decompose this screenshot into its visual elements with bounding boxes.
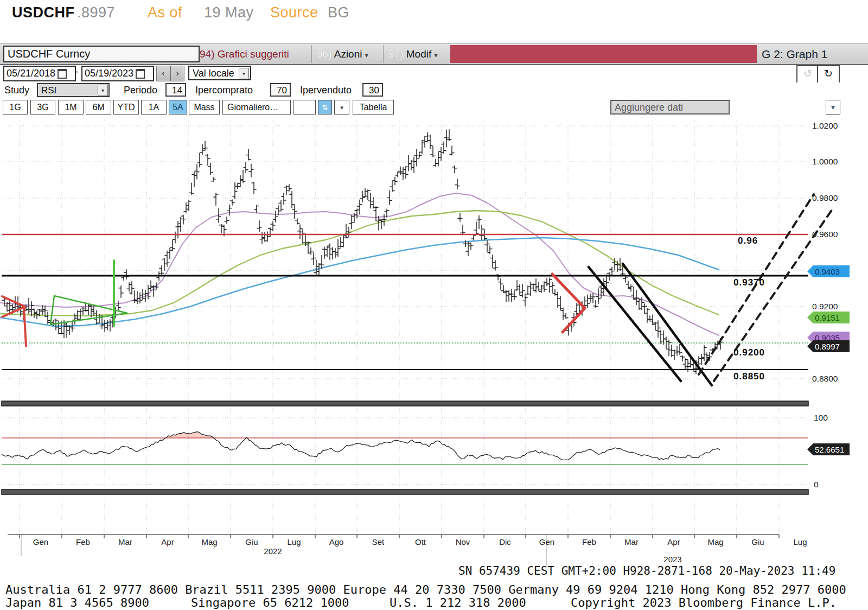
svg-text:Gen: Gen xyxy=(33,537,48,547)
as-of-date: 19 May xyxy=(204,4,254,21)
svg-text:Giu: Giu xyxy=(751,537,764,547)
menu-number: 94) xyxy=(200,48,214,60)
svg-text:0.9200: 0.9200 xyxy=(812,302,838,311)
ma-blue xyxy=(0,238,719,326)
main-toolbar: 94) Grafici suggeriti 96) Azioni ▾ 97) M… xyxy=(0,43,868,65)
svg-text:Set: Set xyxy=(372,537,385,547)
frequency-select[interactable]: Giornaliero… xyxy=(222,100,291,115)
symbol: USDCHF xyxy=(12,4,75,21)
svg-text:Dic: Dic xyxy=(499,537,511,547)
chart-type-dropdown[interactable]: ▾ xyxy=(334,100,349,115)
date-range-bar: 05/21/2018 - 05/19/2023 ‹ › Val locale ▾… xyxy=(0,65,868,82)
blank-tool-button[interactable] xyxy=(293,100,316,115)
svg-text:0.9403: 0.9403 xyxy=(815,267,840,276)
highlight-bar xyxy=(450,45,757,63)
range-prev-button[interactable]: ‹ xyxy=(156,66,170,81)
study-label: Study xyxy=(4,82,29,98)
period-label: Periodo xyxy=(124,82,157,98)
gridlines xyxy=(2,120,808,533)
oversold-input[interactable]: 30 xyxy=(362,83,383,97)
menu-grafici-suggeriti[interactable]: 94) Grafici suggeriti xyxy=(200,44,289,64)
price-chart: 0.960.93700.92000.88501.02001.00000.9800… xyxy=(0,117,868,570)
svg-text:Giu: Giu xyxy=(245,537,258,547)
study-bar: Study RSI ▾ Periodo 14 Ipercomprato 70 I… xyxy=(0,82,868,99)
overbought-input[interactable]: 70 xyxy=(270,83,291,97)
range-button-3g[interactable]: 3G xyxy=(30,100,55,115)
footer-us: U.S. 1 212 318 2000 xyxy=(390,596,526,609)
svg-text:Feb: Feb xyxy=(582,537,596,547)
svg-text:1.0000: 1.0000 xyxy=(812,157,838,166)
svg-text:Nov: Nov xyxy=(456,537,470,547)
svg-text:100: 100 xyxy=(814,413,828,422)
range-button-mass[interactable]: Mass xyxy=(189,100,220,115)
date-from-field[interactable]: 05/21/2018 xyxy=(3,66,76,81)
range-button-5a-active[interactable]: 5A xyxy=(169,100,187,115)
menu-number: 97) xyxy=(388,48,403,60)
toolbar-separator xyxy=(383,45,384,63)
chevron-down-icon: ▾ xyxy=(435,52,438,59)
range-button-1m[interactable]: 1M xyxy=(58,100,84,115)
chevron-down-icon: ▾ xyxy=(365,52,368,59)
svg-text:Gen: Gen xyxy=(539,537,554,547)
redo-button[interactable]: ↻ xyxy=(817,65,840,84)
svg-text:2023: 2023 xyxy=(663,555,681,564)
rsi-panel: 1000 xyxy=(2,413,828,489)
session-info: SN 657439 CEST GMT+2:00 H928-2871-168 20… xyxy=(458,564,835,577)
svg-text:0.9200: 0.9200 xyxy=(733,347,765,358)
chart-type-icon[interactable]: ⇅ xyxy=(318,100,332,115)
calendar-icon[interactable] xyxy=(58,69,67,79)
date-from-value: 05/21/2018 xyxy=(7,67,55,80)
chevron-down-icon: ▾ xyxy=(239,68,249,79)
period-input[interactable]: 14 xyxy=(165,83,186,97)
svg-text:Mag: Mag xyxy=(707,537,723,547)
menu-label: Grafici suggeriti xyxy=(218,48,289,60)
svg-text:52.6651: 52.6651 xyxy=(815,445,844,454)
range-next-button[interactable]: › xyxy=(170,66,184,81)
footer-japan: Japan 81 3 4565 8900 xyxy=(5,596,149,609)
svg-text:Lug: Lug xyxy=(793,537,807,547)
add-data-input[interactable]: Aggiungere dati xyxy=(610,100,730,115)
overbought-label: Ipercomprato xyxy=(195,82,253,98)
svg-text:0.8800: 0.8800 xyxy=(812,374,838,383)
calendar-icon[interactable] xyxy=(136,69,145,79)
source-value: BG xyxy=(328,4,349,21)
svg-text:Ott: Ott xyxy=(415,537,426,547)
toolbar-separator xyxy=(311,45,312,63)
footer-singapore: Singapore 65 6212 1000 xyxy=(191,596,349,609)
svg-text:Mar: Mar xyxy=(624,537,639,547)
ma-green xyxy=(0,211,719,316)
currency-mode-value: Val locale xyxy=(193,68,234,79)
svg-text:Apr: Apr xyxy=(161,537,174,547)
chevron-down-icon: ▾ xyxy=(98,85,108,96)
svg-text:Ago: Ago xyxy=(329,537,344,547)
menu-modif[interactable]: 97) Modif ▾ xyxy=(388,44,438,64)
date-to-value: 05/19/2023 xyxy=(85,67,133,80)
panel-dropdown-button[interactable]: ▼ xyxy=(826,100,840,115)
currency-mode-select[interactable]: Val locale ▾ xyxy=(188,66,251,80)
range-button-1a[interactable]: 1A xyxy=(141,100,167,115)
svg-text:0: 0 xyxy=(814,480,819,489)
panel-dividers xyxy=(2,401,808,494)
svg-text:0.9800: 0.9800 xyxy=(812,193,838,202)
range-button-6m[interactable]: 6M xyxy=(86,100,111,115)
as-of-label: As of xyxy=(148,4,182,21)
date-to-field[interactable]: 05/19/2023 xyxy=(81,66,154,81)
svg-text:Apr: Apr xyxy=(667,537,680,547)
drawn-annotations xyxy=(2,194,832,385)
svg-text:Mar: Mar xyxy=(118,537,132,547)
price-tags: 0.94030.91510.90350.899752.6651 xyxy=(807,265,850,455)
level-labels: 0.960.93700.92000.8850 xyxy=(733,236,765,382)
menu-azioni[interactable]: 96) Azioni ▾ xyxy=(317,44,368,64)
svg-text:Lug: Lug xyxy=(287,537,301,547)
svg-text:0.9151: 0.9151 xyxy=(815,313,840,322)
svg-text:0.9600: 0.9600 xyxy=(812,230,838,239)
table-button[interactable]: Tabella xyxy=(353,100,394,115)
svg-text:1.0200: 1.0200 xyxy=(812,121,838,130)
security-input[interactable] xyxy=(3,46,200,62)
study-select[interactable]: RSI ▾ xyxy=(37,83,110,97)
svg-text:0.9370: 0.9370 xyxy=(733,277,765,288)
oversold-label: Ipervenduto xyxy=(300,82,352,98)
undo-button[interactable]: ↺ xyxy=(796,65,819,84)
range-button-ytd[interactable]: YTD xyxy=(113,100,139,115)
range-button-1g[interactable]: 1G xyxy=(3,100,28,115)
